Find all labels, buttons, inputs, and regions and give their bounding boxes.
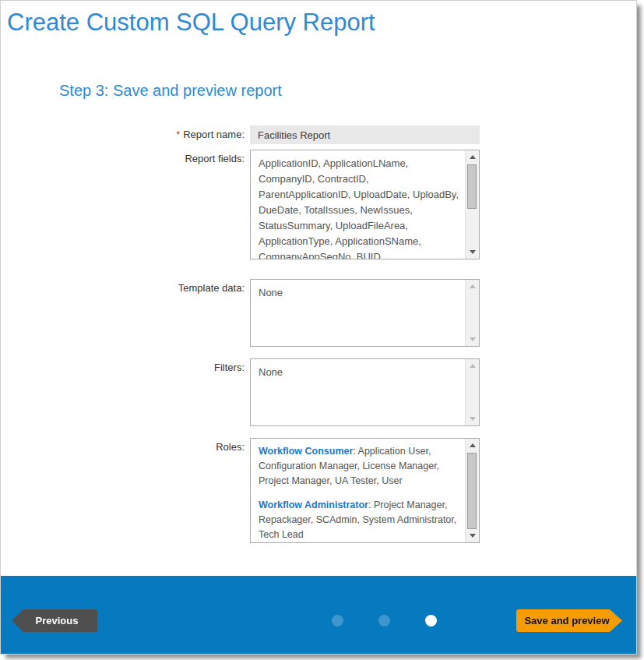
scrollbar-thumb[interactable] bbox=[467, 164, 477, 209]
scrollbar-thumb[interactable] bbox=[467, 453, 477, 529]
roles-text: Workflow Consumer: Application User, Con… bbox=[251, 439, 466, 542]
report-fields-row: Report fields: ApplicationID, Applicatio… bbox=[1, 150, 638, 259]
step-dot-3 bbox=[425, 615, 437, 626]
required-asterisk: * bbox=[177, 129, 181, 140]
scroll-down-icon[interactable] bbox=[466, 333, 479, 346]
wizard-step-dots bbox=[332, 615, 472, 626]
role-entry: Workflow Administrator: Project Manager,… bbox=[259, 498, 463, 542]
page-title: Create Custom SQL Query Report bbox=[7, 9, 375, 37]
filters-box[interactable]: None bbox=[250, 358, 480, 426]
report-fields-box[interactable]: ApplicationID, ApplicationLName, Company… bbox=[250, 150, 480, 259]
save-and-preview-button[interactable]: Save and preview bbox=[516, 609, 622, 632]
scroll-down-icon[interactable] bbox=[466, 529, 479, 542]
template-data-text: None bbox=[251, 280, 466, 346]
scroll-up-icon[interactable] bbox=[466, 359, 479, 372]
role-name: Workflow Administrator bbox=[259, 499, 368, 510]
wizard-card: Create Custom SQL Query Report Step 3: S… bbox=[0, 0, 637, 655]
roles-label: Roles: bbox=[1, 438, 245, 453]
scroll-down-icon[interactable] bbox=[466, 412, 479, 425]
step-dot-1 bbox=[332, 615, 343, 626]
roles-row: Roles: Workflow Consumer: Application Us… bbox=[1, 438, 638, 543]
roles-box[interactable]: Workflow Consumer: Application User, Con… bbox=[250, 438, 480, 543]
wizard-footer: Previous Save and preview bbox=[1, 576, 636, 654]
filters-label: Filters: bbox=[1, 358, 245, 373]
template-data-scrollbar[interactable] bbox=[465, 280, 479, 346]
step-heading: Step 3: Save and preview report bbox=[59, 82, 282, 100]
report-fields-scrollbar[interactable] bbox=[465, 150, 479, 259]
report-form: *Report name: Report fields: Application… bbox=[1, 125, 638, 543]
template-data-box[interactable]: None bbox=[250, 279, 480, 347]
step-dot-2 bbox=[378, 615, 390, 626]
report-fields-label: Report fields: bbox=[1, 150, 245, 164]
template-data-row: Template data: None bbox=[1, 279, 638, 347]
previous-button[interactable]: Previous bbox=[12, 609, 97, 632]
scroll-up-icon[interactable] bbox=[466, 150, 479, 164]
scroll-down-icon[interactable] bbox=[466, 245, 479, 259]
screen: Create Custom SQL Query Report Step 3: S… bbox=[0, 0, 644, 660]
report-name-input[interactable] bbox=[250, 125, 480, 144]
filters-text: None bbox=[251, 359, 466, 425]
scroll-up-icon[interactable] bbox=[466, 439, 479, 452]
filters-scrollbar[interactable] bbox=[465, 359, 479, 425]
role-entry: Workflow Consumer: Application User, Con… bbox=[259, 444, 463, 489]
template-data-label: Template data: bbox=[1, 279, 245, 294]
role-name: Workflow Consumer bbox=[259, 446, 353, 457]
scroll-up-icon[interactable] bbox=[466, 280, 479, 293]
report-fields-text: ApplicationID, ApplicationLName, Company… bbox=[251, 150, 466, 259]
report-name-row: *Report name: bbox=[1, 125, 638, 144]
roles-scrollbar[interactable] bbox=[465, 439, 479, 542]
report-name-label: *Report name: bbox=[1, 125, 245, 140]
filters-row: Filters: None bbox=[1, 358, 638, 426]
